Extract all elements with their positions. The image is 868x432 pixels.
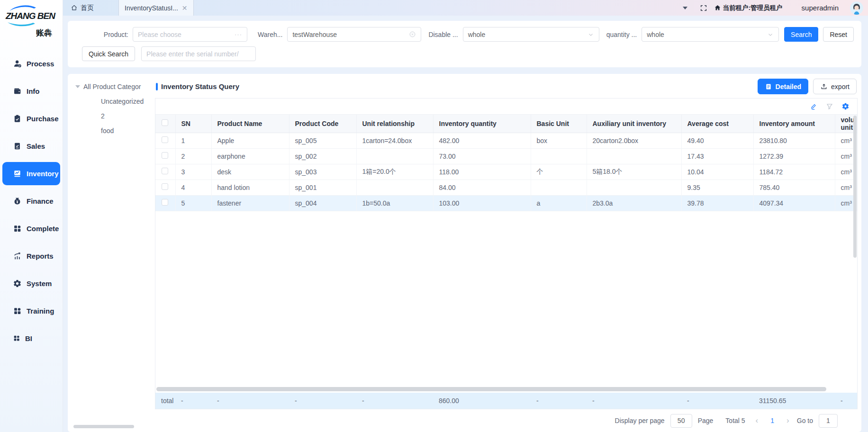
category-tree: All Product Categor Uncategorized 2 food xyxy=(72,78,155,432)
tree-horizontal-scrollbar[interactable] xyxy=(73,425,134,428)
cell: 5 xyxy=(175,195,211,211)
sidebar-item-complete[interactable]: Complete xyxy=(2,217,60,240)
sidebar-item-training[interactable]: Training xyxy=(2,299,60,323)
export-button[interactable]: export xyxy=(813,79,857,94)
select-all-checkbox[interactable] xyxy=(162,119,168,126)
sidebar-item-label: Purchase xyxy=(27,115,59,123)
warehouse-field[interactable] xyxy=(287,27,421,42)
table-row[interactable]: 1Applesp_0051carton=24.0box482.00box20ca… xyxy=(155,133,857,148)
quantity-select[interactable]: whole xyxy=(642,27,779,42)
tree-item-uncategorized[interactable]: Uncategorized xyxy=(72,94,155,108)
username[interactable]: superadmin xyxy=(802,4,839,12)
tenant-indicator[interactable]: 当前租户:管理员租户 xyxy=(714,4,783,12)
next-page-icon[interactable]: › xyxy=(785,416,791,425)
cell: 3 xyxy=(175,164,211,180)
prev-page-icon[interactable]: ‹ xyxy=(754,416,760,425)
clear-icon[interactable] xyxy=(409,31,416,38)
home-outline-icon xyxy=(71,4,78,11)
sidebar-item-sales[interactable]: Sales xyxy=(2,135,60,158)
cell: hand lotion xyxy=(211,180,289,195)
cell: 4097.34 xyxy=(753,195,835,211)
cell xyxy=(356,148,433,164)
quick-search-field[interactable] xyxy=(141,46,256,61)
export-button-label: export xyxy=(831,83,850,90)
cell: sp_003 xyxy=(289,164,356,180)
avatar[interactable] xyxy=(850,1,863,15)
tree-item-2[interactable]: 2 xyxy=(72,108,155,123)
cell: a xyxy=(531,195,587,211)
sidebar-item-info[interactable]: Info xyxy=(2,80,60,103)
tree-root-all-categories[interactable]: All Product Categor xyxy=(72,80,155,94)
page-size-input[interactable] xyxy=(670,414,692,428)
sidebar-item-purchase[interactable]: Purchase xyxy=(2,107,60,130)
tab-home[interactable]: 首页 xyxy=(63,0,102,16)
goto-label: Go to xyxy=(797,417,813,424)
sidebar-item-reports[interactable]: Reports xyxy=(2,244,60,268)
caret-down-icon[interactable] xyxy=(75,85,80,88)
sidebar-item-finance[interactable]: Finance xyxy=(2,189,60,213)
table-settings-gear-icon[interactable] xyxy=(841,102,850,110)
sidebar-item-bi[interactable]: BI xyxy=(2,327,60,350)
vertical-scrollbar[interactable] xyxy=(853,116,857,258)
total-row-table: total - - - - 860.00 - - - 31150.65 - xyxy=(155,393,857,409)
cell: 23810.80 xyxy=(753,133,835,148)
sidebar-item-inventory[interactable]: Inventory xyxy=(2,162,60,185)
chevron-down-icon[interactable] xyxy=(683,7,687,9)
row-checkbox[interactable] xyxy=(162,199,168,206)
row-checkbox[interactable] xyxy=(162,168,168,174)
ellipsis-icon[interactable]: ··· xyxy=(235,31,242,38)
cell: 1 xyxy=(175,133,211,148)
page-word: Page xyxy=(698,417,714,424)
cell xyxy=(531,180,587,195)
row-checkbox-cell xyxy=(155,164,175,180)
detailed-button[interactable]: Detailed xyxy=(758,79,808,94)
horizontal-scrollbar[interactable] xyxy=(156,387,826,391)
goto-page-input[interactable] xyxy=(819,414,838,428)
sidebar-item-process[interactable]: Process xyxy=(2,52,60,75)
row-checkbox[interactable] xyxy=(162,183,168,190)
product-select[interactable]: ··· xyxy=(133,27,247,42)
column-header: Product Code xyxy=(289,115,356,133)
table-row[interactable]: 2earphonesp_00273.0017.431272.39cm³ xyxy=(155,148,857,164)
row-checkbox[interactable] xyxy=(162,136,168,143)
cell: earphone xyxy=(211,148,289,164)
sidebar-item-label: System xyxy=(27,279,52,288)
warehouse-input[interactable] xyxy=(292,31,409,38)
product-input[interactable] xyxy=(138,31,235,38)
table-row[interactable]: 5fastenersp_0041b=50.0a103.00a2b3.0a39.7… xyxy=(155,195,857,211)
search-button[interactable]: Search xyxy=(784,27,818,42)
row-checkbox[interactable] xyxy=(162,152,168,159)
tenant-label: 当前租户:管理员租户 xyxy=(723,4,783,12)
cell xyxy=(356,180,433,195)
tab-close-icon[interactable]: ✕ xyxy=(182,4,188,12)
filter-icon[interactable] xyxy=(826,103,833,110)
cell: 1272.39 xyxy=(753,148,835,164)
total-cell: 31150.65 xyxy=(753,393,835,409)
column-header: Inventory amount xyxy=(753,115,835,133)
quick-search-input[interactable] xyxy=(146,50,251,58)
cell: 49.40 xyxy=(681,133,753,148)
table-row[interactable]: 4hand lotionsp_00184.009.35785.40cm³ xyxy=(155,180,857,195)
fullscreen-icon[interactable] xyxy=(700,4,707,12)
content-area: Product: ··· Wareh... Disable ... whole … xyxy=(63,16,868,432)
tab-inventory-status[interactable]: InventoryStatusI... ✕ xyxy=(118,0,194,16)
cell: 2b3.0a xyxy=(587,195,681,211)
table-row[interactable]: 3desksp_0031箱=20.0个118.00个5箱18.0个10.0411… xyxy=(155,164,857,180)
cell: 1184.72 xyxy=(753,164,835,180)
cell: 785.40 xyxy=(753,180,835,195)
cell: sp_005 xyxy=(289,133,356,148)
cell: 103.00 xyxy=(433,195,531,211)
current-page[interactable]: 1 xyxy=(766,417,779,424)
sidebar-item-system[interactable]: System xyxy=(2,272,60,295)
edit-columns-icon[interactable] xyxy=(810,102,818,110)
main-panel: All Product Categor Uncategorized 2 food… xyxy=(68,74,861,432)
logo-swoosh-bottom-icon xyxy=(6,21,41,27)
tree-item-food[interactable]: food xyxy=(72,123,155,138)
upload-icon xyxy=(820,83,828,90)
total-count-label: Total 5 xyxy=(725,417,745,424)
disable-select[interactable]: whole xyxy=(463,27,599,42)
money-bag-icon xyxy=(13,197,22,206)
quick-search-button[interactable]: Quick Search xyxy=(82,46,135,61)
reset-button[interactable]: Reset xyxy=(823,27,854,42)
total-cell: - xyxy=(289,393,356,409)
